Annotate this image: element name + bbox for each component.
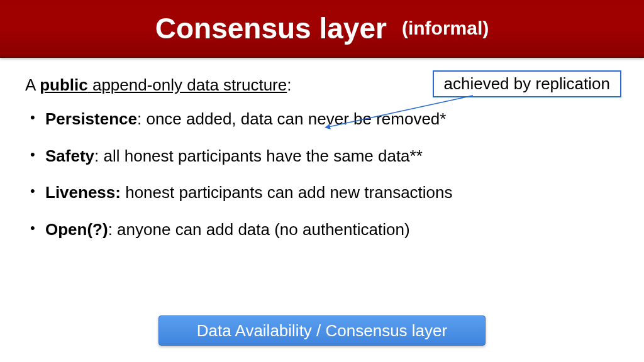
slide: Consensus layer (informal) A public appe… — [0, 0, 644, 362]
callout-text: achieved by replication — [444, 74, 611, 93]
bullet-persistence: Persistence: once added, data can never … — [28, 109, 619, 129]
bullet-term: Open(?) — [45, 220, 108, 239]
title-main: Consensus layer — [155, 11, 387, 45]
bullet-desc: anyone can add data (no authentication) — [117, 220, 409, 239]
bullet-term: Liveness: — [45, 183, 121, 202]
bullet-desc: all honest participants have the same da… — [104, 146, 423, 165]
title-subtitle: (informal) — [402, 18, 489, 39]
footer-text: Data Availability / Consensus layer — [197, 321, 447, 341]
bullet-safety: Safety: all honest participants have the… — [28, 146, 619, 167]
intro-suffix: : — [287, 75, 291, 94]
bullet-desc: honest participants can add new transact… — [125, 183, 452, 202]
title-bar: Consensus layer (informal) — [0, 0, 644, 58]
footer-box: Data Availability / Consensus layer — [158, 315, 486, 346]
intro-prefix: A — [25, 75, 40, 94]
bullet-term: Safety — [45, 146, 94, 165]
bullet-open: Open(?): anyone can add data (no authent… — [28, 219, 619, 240]
bullet-sep: : — [108, 220, 117, 239]
callout-box: achieved by replication — [433, 70, 622, 97]
bullet-sep: : — [94, 146, 103, 165]
bullet-term: Persistence — [45, 109, 137, 128]
intro-rest: append-only data structure — [88, 75, 287, 94]
intro-public: public — [40, 75, 88, 94]
bullet-list: Persistence: once added, data can never … — [25, 109, 619, 239]
bullet-liveness: Liveness: honest participants can add ne… — [28, 182, 619, 203]
bullet-desc: once added, data can never be removed* — [146, 109, 446, 128]
bullet-sep: : — [137, 109, 146, 128]
